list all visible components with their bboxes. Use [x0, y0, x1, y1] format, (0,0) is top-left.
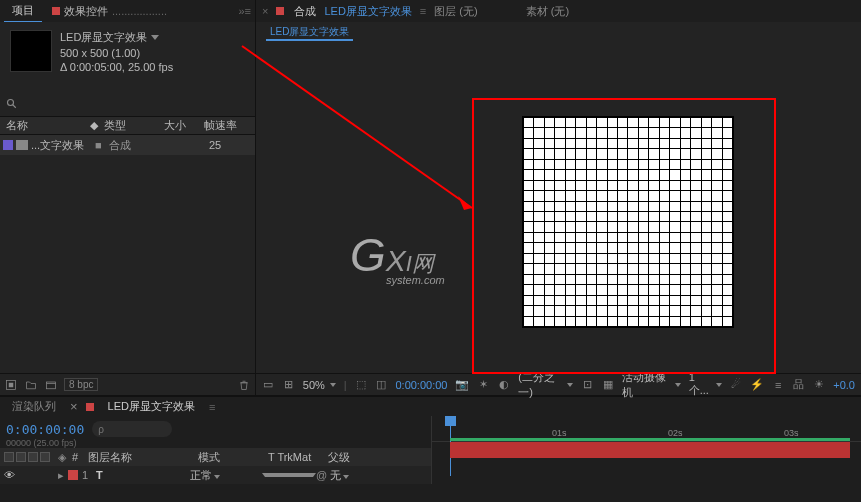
resolution-dropdown[interactable]: (二分之一) [518, 370, 573, 400]
magnify-icon[interactable]: ▭ [262, 378, 274, 392]
pixel-aspect-icon[interactable]: ☄ [730, 378, 742, 392]
tab-timeline-comp[interactable]: LED屏显文字效果 [102, 397, 201, 416]
solo-toggle-icon[interactable] [28, 470, 38, 480]
timeline-search-input[interactable] [92, 421, 172, 437]
svg-rect-3 [9, 382, 14, 387]
item-name: ...文字效果 [31, 138, 95, 153]
watermark: GXI网 system.com [350, 228, 445, 286]
tab-indicator-icon [52, 7, 60, 15]
col-mode[interactable]: 模式 [198, 450, 268, 465]
tab-close-icon[interactable]: × [70, 399, 78, 414]
tab-effect-controls-label: 效果控件 [64, 4, 108, 19]
timeline-column-headers: ◈ # 图层名称 模式 T TrkMat 父级 [0, 448, 431, 466]
blend-mode-dropdown[interactable]: 正常 [190, 468, 250, 483]
visibility-toggle-icon[interactable]: 👁 [4, 470, 14, 480]
search-icon [6, 98, 18, 112]
timeline-layer-row[interactable]: 👁 ▸ 1 T 正常 @ 无 [0, 466, 431, 484]
lock-icon[interactable]: × [262, 5, 268, 17]
comp-flow-icon[interactable]: 品 [792, 378, 804, 392]
viewer-timecode[interactable]: 0:00:00:00 [395, 379, 447, 391]
composition-icon [16, 140, 28, 150]
interpret-footage-icon[interactable] [4, 378, 18, 392]
ruler-tick: 03s [784, 428, 799, 438]
tab-effect-controls[interactable]: 效果控件.................. [44, 1, 175, 22]
tab-indicator-icon [86, 403, 94, 411]
layer-label-icon[interactable] [68, 470, 78, 480]
ruler-tick: 02s [668, 428, 683, 438]
views-dropdown[interactable]: 1个... [689, 371, 722, 398]
composition-info: LED屏显文字效果 500 x 500 (1.00) Δ 0:00:05:00,… [0, 22, 255, 94]
color-depth[interactable]: 8 bpc [64, 378, 98, 391]
composition-name: LED屏显文字效果 [60, 30, 147, 45]
project-search-input[interactable] [24, 96, 249, 114]
twirl-icon[interactable]: ▸ [58, 469, 68, 482]
svg-line-1 [13, 105, 16, 108]
ruler-tick: 01s [552, 428, 567, 438]
camera-dropdown[interactable]: 活动摄像机 [622, 370, 680, 400]
trkmat-dropdown[interactable] [262, 473, 316, 477]
col-trkmat[interactable]: T TrkMat [268, 451, 328, 463]
item-type: 合成 [109, 138, 169, 153]
toggle-mask-icon[interactable]: ◫ [375, 378, 387, 392]
dropdown-icon[interactable] [151, 35, 159, 40]
col-size[interactable]: 大小 [164, 118, 204, 133]
new-comp-icon[interactable] [44, 378, 58, 392]
viewer-tab-footage[interactable]: 素材 (无) [526, 4, 569, 19]
viewer-tab-composition[interactable]: 合成 [294, 4, 316, 19]
fast-preview-icon[interactable]: ⚡ [750, 378, 764, 392]
snapshot-icon[interactable]: 📷 [455, 378, 469, 392]
composition-dimensions: 500 x 500 (1.00) [60, 47, 173, 59]
show-snapshot-icon[interactable]: ✶ [477, 378, 489, 392]
col-type[interactable]: 类型 [104, 118, 164, 133]
svg-rect-4 [47, 382, 56, 389]
new-folder-icon[interactable] [24, 378, 38, 392]
grid-icon[interactable]: ⊞ [282, 378, 294, 392]
transparency-grid-icon[interactable]: ▦ [602, 378, 614, 392]
col-name[interactable]: 名称 [0, 118, 90, 133]
tab-render-queue[interactable]: 渲染队列 [6, 397, 62, 416]
parent-dropdown[interactable]: 无 [330, 468, 374, 483]
composition-duration: Δ 0:00:05:00, 25.00 fps [60, 61, 173, 73]
channel-icon[interactable]: ◐ [498, 378, 510, 392]
tab-project[interactable]: 项目 [4, 0, 42, 23]
tab-indicator-icon [276, 7, 284, 15]
reset-exposure-icon[interactable]: ☀ [813, 378, 825, 392]
current-timecode[interactable]: 0:00:00:00 [6, 422, 84, 437]
project-column-headers: 名称 ◆ 类型 大小 帧速率 [0, 117, 255, 135]
timeline-fps-display: 00000 (25.00 fps) [6, 438, 178, 448]
timeline-icon[interactable]: ≡ [772, 378, 784, 392]
viewer-tab-layer[interactable]: 图层 (无) [434, 4, 477, 19]
audio-toggle-icon[interactable] [16, 470, 26, 480]
svg-line-6 [242, 46, 472, 208]
viewer-active-comp[interactable]: LED屏显文字效果 [324, 4, 411, 19]
text-layer-icon: T [96, 469, 110, 481]
parent-pickwhip-icon[interactable]: @ [316, 469, 330, 481]
col-number[interactable]: # [72, 451, 88, 463]
panel-menu-icon[interactable]: »≡ [238, 5, 251, 17]
item-label-icon [3, 140, 13, 150]
zoom-dropdown[interactable]: 50% [303, 379, 336, 391]
col-label[interactable]: ◆ [90, 119, 104, 132]
work-area-bar[interactable] [450, 438, 850, 441]
toggle-alpha-icon[interactable]: ⬚ [355, 378, 367, 392]
timeline-ruler[interactable]: 01s 02s 03s [432, 416, 861, 442]
svg-marker-7 [458, 196, 472, 210]
svg-point-0 [8, 100, 14, 106]
exposure-value[interactable]: +0.0 [833, 379, 855, 391]
col-parent[interactable]: 父级 [328, 450, 388, 465]
layer-duration-bar[interactable] [450, 442, 850, 458]
layer-number: 1 [82, 469, 96, 481]
lock-toggle-icon[interactable] [40, 470, 50, 480]
project-item-row[interactable]: ...文字效果 ■ 合成 25 [0, 135, 255, 155]
roi-icon[interactable]: ⊡ [581, 378, 593, 392]
composition-thumbnail[interactable] [10, 30, 52, 72]
trash-icon[interactable] [237, 378, 251, 392]
led-grid-preview [522, 116, 734, 328]
col-layer-name[interactable]: 图层名称 [88, 450, 198, 465]
composition-viewer[interactable]: GXI网 system.com [256, 42, 861, 373]
